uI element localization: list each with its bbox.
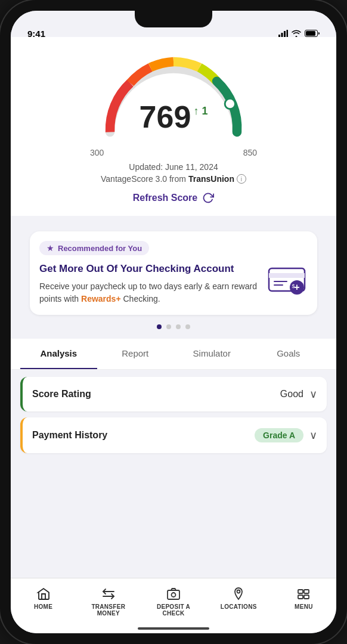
dot-1[interactable]	[157, 324, 162, 329]
score-section: 769 ↑ 1 300 850 Updated: June 11, 2024 V…	[11, 37, 336, 216]
provider-text: VantageScore 3.0 from TransUnion i	[101, 174, 246, 184]
grade-badge: Grade A	[255, 428, 303, 442]
card-content: Get More Out Of Your Checking Account Re…	[39, 262, 308, 305]
payment-history-chevron: ∨	[309, 429, 317, 442]
menu-icon	[296, 587, 311, 601]
gauge-needle	[225, 98, 235, 109]
svg-rect-18	[298, 590, 303, 593]
nav-menu-label: MENU	[295, 603, 313, 610]
svg-rect-2	[284, 31, 286, 37]
dot-4[interactable]	[185, 324, 190, 329]
desc-end: Checking.	[121, 294, 160, 304]
svg-text:+: +	[294, 282, 299, 292]
rewards-text: Rewards+	[81, 294, 121, 304]
dot-2[interactable]	[166, 324, 171, 329]
payment-history-card[interactable]: Payment History Grade A ∨	[20, 417, 327, 453]
score-rating-value: Good	[280, 389, 303, 400]
provider-name: TransUnion	[188, 174, 234, 184]
nav-transfer[interactable]: TRANSFER MONEY	[76, 584, 141, 619]
tab-analysis[interactable]: Analysis	[20, 339, 97, 369]
payment-history-label: Payment History	[32, 430, 107, 441]
svg-rect-1	[281, 33, 283, 37]
score-range: 300 850	[90, 148, 257, 157]
wifi-icon	[292, 30, 301, 37]
card-title: Get More Out Of Your Checking Account	[39, 262, 259, 275]
tabs-row: Analysis Report Simulator Goals	[11, 339, 336, 369]
transfer-icon	[101, 587, 116, 601]
svg-rect-19	[304, 590, 309, 593]
card-text: Get More Out Of Your Checking Account Re…	[39, 262, 259, 305]
camera-icon	[166, 587, 181, 601]
bottom-nav: HOME TRANSFER MONEY DEPOSIT A CHECK	[11, 578, 336, 633]
info-icon[interactable]: i	[237, 174, 246, 184]
carousel-dots	[11, 324, 336, 329]
svg-text:$: $	[292, 283, 295, 289]
score-value: 769	[140, 99, 191, 135]
location-icon	[231, 587, 246, 601]
home-indicator	[138, 627, 209, 630]
score-change: ↑ 1	[193, 105, 207, 117]
battery-icon	[305, 30, 320, 37]
nav-deposit-label: DEPOSIT A CHECK	[157, 603, 190, 617]
card-wrapper: ★ Recommended for You Get More Out Of Yo…	[11, 216, 336, 315]
badge-label: Recommended for You	[58, 244, 142, 253]
main-scroll: 769 ↑ 1 300 850 Updated: June 11, 2024 V…	[11, 37, 336, 578]
score-rating-card[interactable]: Score Rating Good ∨	[20, 377, 327, 411]
score-rating-right: Good ∨	[280, 388, 317, 401]
nav-locations-label: LOCATIONS	[221, 603, 257, 610]
tab-simulator[interactable]: Simulator	[174, 339, 250, 369]
card-description: Receive your paycheck up to two days ear…	[39, 280, 259, 305]
tabs-section: Analysis Report Simulator Goals	[11, 339, 336, 370]
svg-rect-7	[269, 273, 305, 278]
score-min: 300	[90, 148, 104, 157]
dot-3[interactable]	[176, 324, 181, 329]
status-icons	[278, 30, 320, 37]
nav-home-label: HOME	[34, 603, 52, 610]
checking-icon: + $	[266, 262, 308, 295]
svg-rect-20	[298, 595, 303, 599]
gauge-container: 769 ↑ 1	[90, 51, 257, 141]
provider-label: VantageScore 3.0 from	[101, 174, 186, 184]
phone-screen: 9:41	[11, 11, 336, 633]
score-rating-label: Score Rating	[32, 389, 91, 400]
svg-point-16	[172, 593, 176, 597]
svg-rect-15	[168, 590, 179, 599]
nav-locations[interactable]: LOCATIONS	[206, 584, 271, 619]
badge-star-icon: ★	[47, 243, 54, 253]
nav-transfer-label: TRANSFER MONEY	[91, 603, 125, 617]
svg-rect-3	[287, 30, 289, 37]
score-display: 769 ↑ 1	[140, 99, 208, 135]
refresh-icon	[202, 192, 214, 204]
home-icon	[36, 587, 51, 601]
score-rating-chevron: ∨	[309, 388, 317, 401]
recommendation-card[interactable]: ★ Recommended for You Get More Out Of Yo…	[30, 231, 317, 315]
refresh-label: Refresh Score	[133, 193, 198, 203]
recommended-badge: ★ Recommended for You	[39, 241, 149, 255]
refresh-button[interactable]: Refresh Score	[133, 192, 215, 204]
payment-history-right: Grade A ∨	[255, 428, 317, 442]
phone-notch	[135, 11, 212, 27]
score-max: 850	[243, 148, 257, 157]
tab-report[interactable]: Report	[97, 339, 174, 369]
nav-deposit[interactable]: DEPOSIT A CHECK	[141, 584, 206, 619]
updated-text: Updated: June 11, 2024	[129, 162, 218, 172]
svg-point-17	[237, 590, 240, 593]
tab-goals[interactable]: Goals	[250, 339, 327, 369]
card-illustration: + $	[266, 262, 308, 295]
svg-rect-5	[306, 31, 315, 36]
phone-frame: 9:41	[0, 0, 347, 644]
score-cards-list: Score Rating Good ∨ Payment History Grad…	[11, 370, 336, 460]
nav-home[interactable]: HOME	[11, 584, 76, 619]
svg-rect-21	[304, 595, 309, 599]
nav-menu[interactable]: MENU	[271, 584, 336, 619]
signal-icon	[278, 30, 288, 37]
